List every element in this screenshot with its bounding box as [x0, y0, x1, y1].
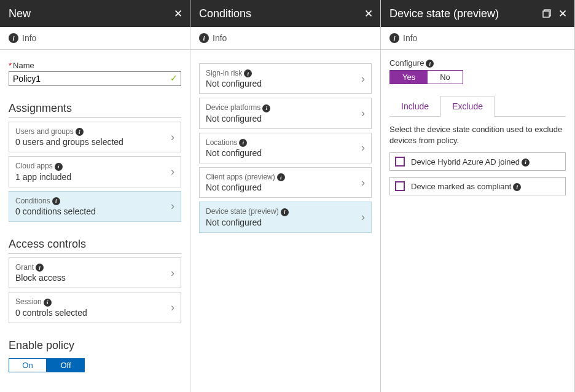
checkbox-box[interactable] — [395, 157, 405, 167]
chevron-right-icon: › — [361, 107, 365, 120]
info-link-device[interactable]: i Info — [381, 27, 574, 50]
panel-device-header: Device state (preview) ✕ — [381, 0, 574, 27]
close-icon[interactable]: ✕ — [558, 9, 567, 19]
panel-new-header: New ✕ — [0, 0, 190, 27]
card-title: Device platforms — [206, 103, 260, 112]
chevron-right-icon: › — [361, 176, 365, 189]
close-icon[interactable]: ✕ — [364, 9, 373, 19]
checkbox-label: Device Hybrid Azure AD joined — [411, 157, 520, 167]
svg-rect-1 — [543, 11, 549, 17]
info-link-conditions[interactable]: i Info — [190, 27, 380, 50]
tab-exclude[interactable]: Exclude — [440, 96, 495, 117]
enable-policy-toggle[interactable]: On Off — [9, 358, 181, 372]
check-icon: ✓ — [170, 73, 178, 83]
panel-conditions: Conditions ✕ i Info Sign-in riski Not co… — [190, 0, 381, 392]
panel-new: New ✕ i Info *Name ✓ Assignments Users a… — [0, 0, 190, 392]
info-link-new[interactable]: i Info — [0, 27, 190, 50]
client-apps-card[interactable]: Client apps (preview)i Not configured › — [199, 167, 372, 198]
name-field-label: *Name — [9, 61, 181, 70]
configure-no[interactable]: No — [428, 71, 463, 84]
checkbox-hybrid-azure-ad[interactable]: Device Hybrid Azure AD joinedi — [389, 152, 566, 171]
info-icon: i — [239, 139, 247, 147]
session-card[interactable]: Sessioni 0 controls selected › — [9, 292, 181, 323]
card-title: Users and groups — [15, 127, 74, 136]
info-icon: i — [44, 299, 52, 307]
required-star: * — [9, 61, 12, 70]
enable-policy-on[interactable]: On — [9, 358, 47, 372]
card-title: Device state (preview) — [206, 207, 279, 216]
card-title: Locations — [206, 138, 237, 147]
info-icon: i — [277, 173, 285, 181]
card-value: Not configured — [206, 218, 361, 227]
chevron-right-icon: › — [171, 131, 174, 144]
panel-new-title: New — [9, 7, 31, 20]
panel-conditions-header: Conditions ✕ — [190, 0, 380, 27]
close-icon[interactable]: ✕ — [174, 9, 182, 19]
conditions-card[interactable]: Conditionsi 0 conditions selected › — [9, 191, 181, 222]
card-title: Client apps (preview) — [206, 173, 275, 181]
configure-toggle[interactable]: Yes No — [389, 70, 463, 84]
locations-card[interactable]: Locationsi Not configured › — [199, 133, 372, 163]
card-value: Block access — [15, 273, 171, 283]
chevron-right-icon: › — [171, 200, 174, 213]
card-value: 0 conditions selected — [15, 206, 171, 216]
chevron-right-icon: › — [171, 301, 174, 314]
cloud-apps-card[interactable]: Cloud appsi 1 app included › — [9, 156, 181, 187]
panel-device-title: Device state (preview) — [389, 7, 499, 20]
info-icon: i — [281, 208, 289, 216]
panel-device-state: Device state (preview) ✕ i Info Configur… — [381, 0, 575, 392]
info-icon: i — [389, 33, 399, 43]
card-value: Not configured — [206, 114, 361, 123]
chevron-right-icon: › — [171, 267, 174, 280]
info-icon: i — [55, 163, 63, 171]
tabs: Include Exclude — [389, 95, 566, 117]
tab-include[interactable]: Include — [389, 96, 440, 117]
grant-card[interactable]: Granti Block access › — [9, 257, 181, 288]
card-value: Not configured — [206, 79, 361, 88]
configure-label: Configurei — [389, 58, 566, 68]
restore-icon[interactable] — [542, 9, 551, 18]
card-value: 0 controls selected — [15, 308, 171, 318]
access-controls-heading: Access controls — [9, 238, 181, 254]
panel-conditions-title: Conditions — [199, 7, 251, 20]
assignments-heading: Assignments — [9, 102, 181, 118]
checkbox-label: Device marked as compliant — [411, 182, 511, 191]
card-value: 0 users and groups selected — [15, 137, 171, 147]
enable-policy-heading: Enable policy — [9, 339, 181, 355]
info-label: Info — [213, 33, 227, 43]
enable-policy-off[interactable]: Off — [47, 358, 85, 372]
info-icon: i — [244, 69, 252, 77]
card-value: Not configured — [206, 182, 361, 192]
info-label: Info — [403, 33, 417, 43]
exclude-description: Select the device state condition used t… — [389, 124, 566, 146]
info-icon: i — [36, 264, 44, 272]
card-title: Conditions — [15, 197, 50, 205]
users-and-groups-card[interactable]: Users and groupsi 0 users and groups sel… — [9, 122, 181, 152]
checkbox-marked-compliant[interactable]: Device marked as complianti — [389, 177, 566, 195]
chevron-right-icon: › — [361, 73, 365, 85]
device-state-card[interactable]: Device state (preview)i Not configured › — [199, 202, 372, 232]
configure-yes[interactable]: Yes — [390, 71, 428, 84]
info-icon: i — [52, 197, 60, 205]
sign-in-risk-card[interactable]: Sign-in riski Not configured › — [199, 63, 372, 94]
chevron-right-icon: › — [361, 141, 365, 154]
info-icon: i — [9, 33, 18, 43]
card-title: Sign-in risk — [206, 69, 242, 77]
info-icon: i — [199, 33, 209, 43]
info-icon: i — [513, 183, 521, 191]
name-input[interactable] — [9, 71, 181, 86]
device-platforms-card[interactable]: Device platformsi Not configured › — [199, 98, 372, 128]
checkbox-box[interactable] — [395, 181, 405, 191]
chevron-right-icon: › — [171, 165, 174, 178]
info-icon: i — [426, 60, 434, 68]
info-icon: i — [76, 128, 84, 136]
card-value: Not configured — [206, 148, 361, 158]
chevron-right-icon: › — [361, 211, 365, 224]
card-title: Grant — [15, 263, 34, 272]
card-title: Session — [15, 297, 42, 306]
info-icon: i — [522, 159, 530, 167]
info-icon: i — [262, 104, 270, 112]
card-value: 1 app included — [15, 172, 171, 182]
card-title: Cloud apps — [15, 162, 53, 170]
info-label: Info — [22, 33, 36, 43]
